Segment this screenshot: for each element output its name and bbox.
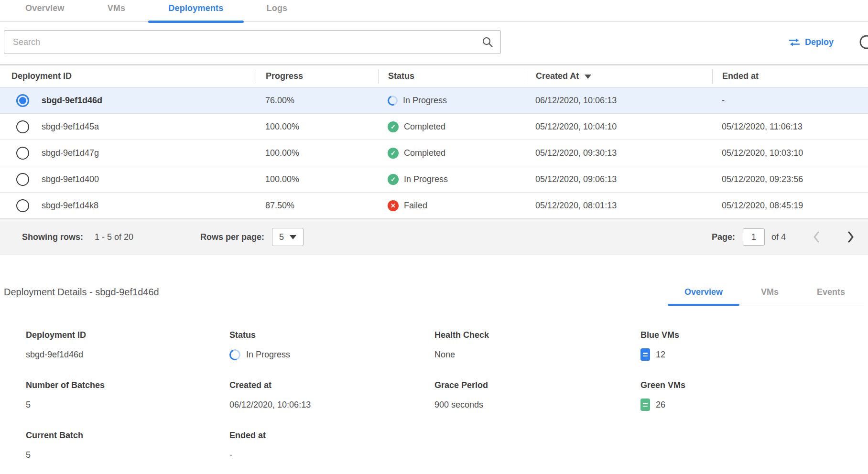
chevron-right-icon (847, 231, 855, 243)
row-radio-button[interactable] (16, 147, 29, 160)
details-field-label: Current Batch (26, 431, 229, 441)
details-field-value: In Progress (229, 348, 434, 361)
details-field-value: 26 (640, 398, 864, 411)
details-field: StatusIn Progress (229, 330, 434, 361)
progress-cell: 76.00% (256, 96, 378, 106)
deployment-details-section: Deployment Details - sbgd-9ef1d46d Overv… (0, 287, 868, 462)
deployment-id-cell: sbgd-9ef1d4k8 (0, 199, 256, 212)
ended-at-cell: 05/12/2020, 09:23:56 (712, 174, 868, 184)
chevron-left-icon (813, 231, 820, 243)
green-vm-icon (640, 399, 650, 411)
completed-check-icon: ✓ (388, 174, 399, 185)
table-row[interactable]: sbgd-9ef1d4k887.50%✕Failed05/12/2020, 08… (0, 193, 868, 219)
details-tabs: Overview VMs Events (665, 287, 864, 305)
ended-at-cell: - (712, 96, 868, 106)
deployment-id-text: sbgd-9ef1d400 (42, 174, 99, 184)
in-progress-spinner-icon (228, 347, 242, 362)
column-header-status[interactable]: Status (378, 69, 526, 84)
details-field-value: 06/12/2020, 10:06:13 (229, 398, 434, 411)
next-page-button[interactable] (847, 231, 855, 243)
table-footer: Showing rows: 1 - 5 of 20 Rows per page:… (0, 219, 868, 255)
created-at-cell: 05/12/2020, 08:01:13 (526, 201, 712, 211)
details-field-value-text: 12 (656, 350, 665, 360)
deployment-id-cell: sbgd-9ef1d46d (0, 94, 256, 107)
details-tab-vms[interactable]: VMs (742, 287, 798, 305)
row-radio-button[interactable] (16, 120, 29, 133)
table-row[interactable]: sbgd-9ef1d400100.00%✓In Progress05/12/20… (0, 166, 868, 193)
status-text: Completed (404, 148, 445, 158)
details-field-value-text: 5 (26, 400, 31, 410)
page-total: of 4 (771, 232, 786, 242)
deploy-button[interactable]: Deploy (789, 37, 834, 47)
status-text: Completed (404, 122, 445, 132)
status-text: In Progress (403, 96, 447, 106)
table-row[interactable]: sbgd-9ef1d45a100.00%✓Completed05/12/2020… (0, 114, 868, 140)
details-field-label: Grace Period (434, 380, 640, 390)
details-field: Created at06/12/2020, 10:06:13 (229, 380, 434, 411)
row-radio-button[interactable] (16, 199, 29, 212)
tab-vms[interactable]: VMs (86, 3, 147, 22)
deployment-id-text: sbgd-9ef1d46d (42, 96, 102, 106)
details-field-value-text: - (229, 450, 232, 460)
column-header-progress[interactable]: Progress (256, 69, 378, 84)
deployment-id-text: sbgd-9ef1d45a (42, 122, 99, 132)
deployment-id-text: sbgd-9ef1d4k8 (42, 201, 98, 211)
status-cell: In Progress (378, 96, 526, 106)
details-field-label: Status (229, 330, 434, 340)
refresh-icon[interactable] (858, 34, 868, 50)
details-tab-overview[interactable]: Overview (665, 287, 742, 305)
table-row[interactable]: sbgd-9ef1d47g100.00%✓Completed05/12/2020… (0, 140, 868, 166)
deploy-button-label: Deploy (805, 37, 834, 47)
details-field: Health CheckNone (434, 330, 640, 361)
row-radio-button[interactable] (16, 94, 29, 107)
column-header-created-at[interactable]: Created At (526, 69, 712, 84)
table-header-row: Deployment ID Progress Status Created At… (0, 65, 868, 87)
tab-deployments[interactable]: Deployments (147, 3, 245, 22)
column-header-deployment-id[interactable]: Deployment ID (0, 69, 256, 84)
created-at-cell: 05/12/2020, 09:30:13 (526, 148, 712, 158)
details-field-label: Number of Batches (26, 380, 229, 390)
blue-vm-icon (640, 348, 650, 361)
showing-rows-label: Showing rows: (22, 232, 83, 242)
table-body: sbgd-9ef1d46d76.00%In Progress06/12/2020… (0, 87, 868, 219)
previous-page-button[interactable] (813, 231, 820, 243)
progress-cell: 87.50% (256, 201, 378, 211)
progress-cell: 100.00% (256, 148, 378, 158)
details-field-label: Ended at (229, 431, 434, 441)
status-cell: ✓In Progress (378, 174, 526, 185)
created-at-cell: 05/12/2020, 10:04:10 (526, 122, 712, 132)
deployment-id-cell: sbgd-9ef1d400 (0, 173, 256, 186)
rows-per-page-select[interactable]: 5 (272, 228, 304, 246)
details-field: Deployment IDsbgd-9ef1d46d (26, 330, 229, 361)
details-tab-events[interactable]: Events (798, 287, 864, 305)
showing-rows-value: 1 - 5 of 20 (95, 232, 133, 242)
deployment-id-cell: sbgd-9ef1d47g (0, 147, 256, 160)
page-input[interactable] (743, 228, 765, 246)
search-box (4, 30, 501, 54)
completed-check-icon: ✓ (388, 121, 399, 132)
table-row[interactable]: sbgd-9ef1d46d76.00%In Progress06/12/2020… (0, 87, 868, 114)
tab-logs[interactable]: Logs (245, 3, 309, 22)
created-at-cell: 05/12/2020, 09:06:13 (526, 174, 712, 184)
sort-descending-icon (585, 75, 591, 79)
ended-at-cell: 05/12/2020, 11:06:13 (712, 122, 868, 132)
details-field-value-text: 06/12/2020, 10:06:13 (229, 400, 311, 410)
progress-cell: 100.00% (256, 174, 378, 184)
search-input[interactable] (4, 30, 501, 54)
details-field-label: Green VMs (640, 380, 864, 390)
page-label: Page: (712, 232, 735, 242)
details-field-label: Deployment ID (26, 330, 229, 340)
details-grid: Deployment IDsbgd-9ef1d46dStatusIn Progr… (4, 330, 864, 462)
details-field: Number of Batches5 (26, 380, 229, 411)
details-field-value-text: sbgd-9ef1d46d (26, 350, 83, 360)
details-field-value-text: 26 (656, 400, 665, 410)
tab-overview[interactable]: Overview (4, 3, 86, 22)
progress-cell: 100.00% (256, 122, 378, 132)
details-field: Green VMs26 (640, 380, 864, 411)
failed-x-icon: ✕ (388, 200, 399, 211)
column-header-ended-at[interactable]: Ended at (712, 69, 868, 84)
row-radio-button[interactable] (16, 173, 29, 186)
details-field: Ended at- (229, 431, 434, 462)
details-field-value-text: In Progress (246, 350, 290, 360)
details-field-value: sbgd-9ef1d46d (26, 348, 229, 361)
